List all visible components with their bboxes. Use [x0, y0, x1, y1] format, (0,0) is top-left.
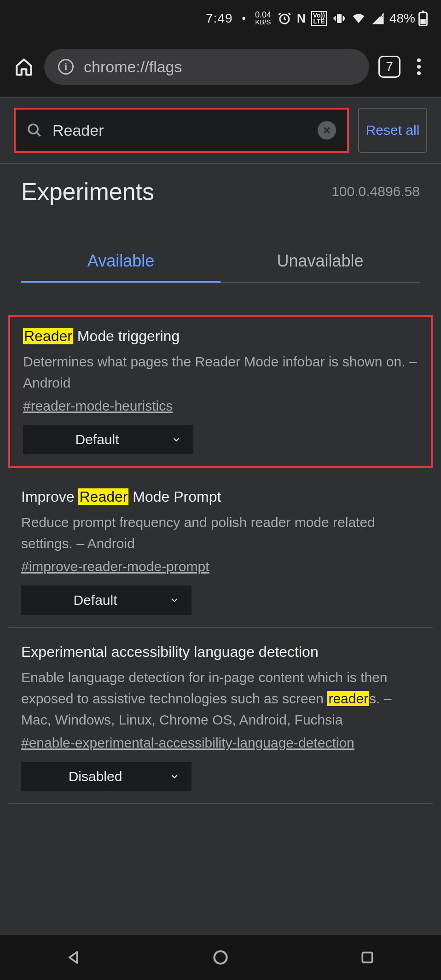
clear-search-button[interactable] [318, 121, 336, 139]
nfc-icon: N [297, 12, 306, 26]
svg-rect-1 [337, 14, 342, 23]
flag-reader-mode-heuristics: Reader Mode triggering Determines what p… [8, 315, 433, 468]
page-title: Experiments [21, 178, 154, 205]
svg-point-7 [214, 951, 226, 964]
volte-icon: Vo))LTE [311, 11, 327, 26]
flags-page: Reset all Experiments 100.0.4896.58 Avai… [0, 97, 441, 934]
status-separator-dot: • [239, 12, 249, 25]
nav-home-button[interactable] [210, 947, 231, 968]
svg-rect-8 [363, 952, 372, 962]
highlight: reader [327, 691, 369, 706]
flag-accessibility-language-detection: Experimental accessibility language dete… [8, 632, 433, 804]
flag-improve-reader-mode-prompt: Improve Reader Mode Prompt Reduce prompt… [8, 477, 433, 628]
search-icon [27, 122, 42, 138]
kebab-dot-icon [417, 71, 421, 75]
kebab-dot-icon [417, 65, 421, 69]
home-icon [14, 57, 34, 76]
triangle-back-icon [65, 949, 82, 966]
flag-select-value: Disabled [21, 769, 169, 784]
tab-switcher-button[interactable]: 7 [378, 56, 400, 78]
svg-text:x: x [380, 12, 383, 18]
home-button[interactable] [13, 56, 35, 78]
circle-home-icon [212, 949, 229, 966]
chrome-version: 100.0.4896.58 [331, 184, 420, 199]
reset-all-button[interactable]: Reset all [358, 108, 427, 153]
page-info-icon[interactable]: i [58, 59, 74, 75]
vibrate-icon [332, 12, 346, 25]
omnibox[interactable]: i chrome://flags [44, 49, 369, 85]
tab-count-value: 7 [386, 59, 393, 74]
close-icon [322, 126, 331, 135]
flags-list: Reader Mode triggering Determines what p… [0, 283, 441, 809]
flag-title: Reader Mode triggering [23, 328, 418, 345]
battery-icon [418, 11, 428, 26]
status-icon-group: N Vo))LTE x [278, 11, 385, 26]
flag-title: Experimental accessibility language dete… [21, 644, 420, 661]
flag-description: Reduce prompt frequency and polish reade… [21, 512, 420, 554]
status-time: 7:49 [206, 11, 233, 26]
overflow-menu-button[interactable] [410, 58, 428, 75]
cellular-signal-icon: x [371, 12, 385, 25]
kebab-dot-icon [417, 58, 421, 62]
flag-select[interactable]: Default [23, 425, 193, 454]
svg-rect-4 [422, 11, 424, 12]
wifi-icon [352, 12, 366, 25]
status-battery: 48% [389, 11, 428, 26]
chevron-down-icon [169, 771, 180, 782]
chrome-toolbar: i chrome://flags 7 [0, 37, 441, 97]
status-network-speed: 0.04 KB/S [255, 12, 271, 25]
highlight: Reader [23, 328, 73, 344]
flag-description: Determines what pages the Reader Mode in… [23, 351, 418, 394]
svg-rect-5 [420, 19, 425, 24]
chevron-down-icon [169, 595, 180, 605]
flag-select-value: Default [21, 592, 169, 608]
flag-select-value: Default [23, 432, 171, 447]
android-nav-bar [0, 934, 441, 980]
flag-description: Enable language detection for in-page co… [21, 667, 420, 731]
flag-anchor-link[interactable]: #enable-experimental-accessibility-langu… [21, 735, 354, 751]
flag-select[interactable]: Disabled [21, 762, 191, 791]
nav-recents-button[interactable] [357, 947, 377, 968]
search-row: Reset all [0, 98, 441, 164]
url-text: chrome://flags [84, 58, 182, 76]
highlight: Reader [78, 488, 128, 505]
alarm-icon [278, 12, 291, 25]
flag-anchor-link[interactable]: #improve-reader-mode-prompt [21, 559, 209, 574]
chevron-down-icon [171, 435, 181, 445]
flag-title: Improve Reader Mode Prompt [21, 488, 420, 505]
experiment-tabs: Available Unavailable [21, 251, 420, 283]
tab-available[interactable]: Available [21, 251, 220, 283]
nav-back-button[interactable] [64, 947, 84, 968]
status-left-group: 7:49 • 0.04 KB/S [206, 11, 271, 26]
flag-select[interactable]: Default [21, 586, 191, 615]
page-heading-row: Experiments 100.0.4896.58 [0, 164, 441, 210]
square-recents-icon [360, 950, 375, 965]
flag-anchor-link[interactable]: #reader-mode-heuristics [23, 398, 173, 414]
flags-search-input[interactable] [52, 122, 308, 139]
tab-unavailable[interactable]: Unavailable [220, 251, 420, 283]
search-highlight-frame [14, 108, 349, 153]
svg-point-6 [29, 124, 38, 133]
flags-search-box[interactable] [16, 110, 347, 151]
android-status-bar: 7:49 • 0.04 KB/S N Vo))LTE x 48% [0, 0, 441, 37]
